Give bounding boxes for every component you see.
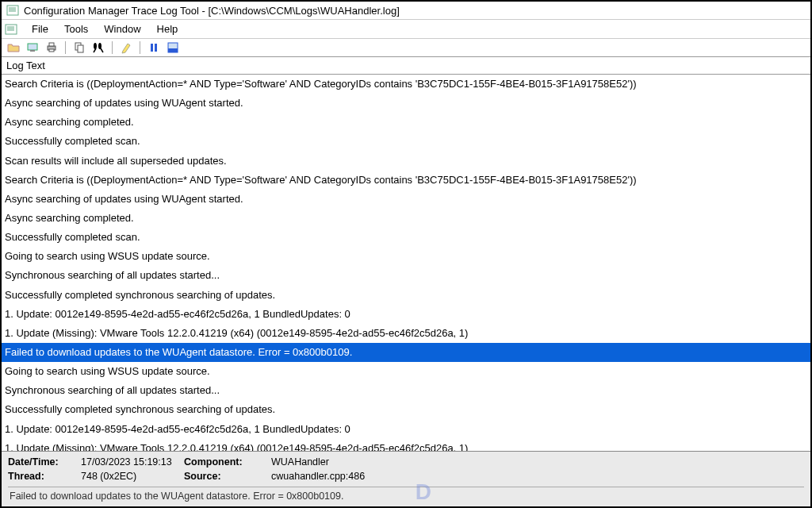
open-icon[interactable] [6, 40, 21, 55]
pause-icon[interactable] [147, 40, 161, 55]
svg-rect-12 [49, 49, 54, 52]
log-row[interactable]: Async searching of updates using WUAgent… [2, 94, 810, 113]
log-row[interactable]: Successfully completed synchronous searc… [2, 400, 810, 419]
log-row[interactable]: Search Criteria is ((DeploymentAction=* … [2, 75, 810, 94]
value-thread: 748 (0x2EC) [81, 471, 184, 482]
log-row[interactable]: Successfully completed scan. [2, 132, 810, 151]
label-component: Component: [184, 456, 271, 468]
log-row[interactable]: Search Criteria is ((DeploymentAction=* … [2, 171, 810, 190]
log-row[interactable]: Synchronous searching of all updates sta… [2, 266, 810, 285]
menu-window[interactable]: Window [96, 21, 148, 37]
svg-rect-4 [6, 25, 17, 34]
doc-icon [5, 23, 17, 36]
print-icon[interactable] [44, 40, 59, 55]
label-datetime: Date/Time: [8, 456, 81, 468]
svg-rect-8 [28, 44, 37, 50]
open-server-icon[interactable] [25, 40, 40, 55]
toolbar-separator [65, 41, 66, 54]
log-row[interactable]: Failed to download updates to the WUAgen… [2, 343, 810, 362]
log-row[interactable]: Async searching completed. [2, 113, 810, 132]
label-source: Source: [184, 471, 271, 482]
svg-rect-11 [49, 43, 54, 46]
toolbar-separator-2 [112, 41, 113, 54]
svg-rect-14 [78, 45, 83, 52]
log-row[interactable]: 1. Update: 0012e149-8595-4e2d-ad55-ec46f… [2, 305, 810, 324]
svg-rect-0 [7, 6, 18, 15]
title-bar: Configuration Manager Trace Log Tool - [… [2, 2, 810, 20]
log-row[interactable]: Async searching completed. [2, 209, 810, 228]
svg-rect-18 [155, 44, 157, 52]
log-row[interactable]: 1. Update: 0012e149-8595-4e2d-ad55-ec46f… [2, 420, 810, 439]
svg-rect-9 [30, 50, 35, 52]
highlight-icon[interactable] [119, 40, 133, 55]
find-icon[interactable] [91, 40, 105, 55]
log-grid[interactable]: Search Criteria is ((DeploymentAction=* … [2, 75, 810, 451]
menu-file[interactable]: File [24, 21, 56, 37]
toolbar [2, 39, 810, 57]
log-row[interactable]: Scan results will include all superseded… [2, 152, 810, 171]
value-component: WUAHandler [271, 456, 804, 468]
log-row[interactable]: Synchronous searching of all updates sta… [2, 381, 810, 400]
watermark-icon: D [416, 479, 431, 505]
status-text: Failed to download updates to the WUAgen… [10, 491, 343, 502]
toolbar-separator-3 [140, 41, 140, 54]
svg-rect-17 [151, 44, 153, 52]
log-row[interactable]: 1. Update (Missing): VMware Tools 12.2.0… [2, 439, 810, 451]
svg-rect-20 [168, 48, 178, 52]
value-source: cwuahandler.cpp:486 [271, 471, 804, 482]
log-row[interactable]: 1. Update (Missing): VMware Tools 12.2.0… [2, 324, 810, 343]
value-datetime: 17/03/2023 15:19:13 [81, 456, 184, 468]
copy-icon[interactable] [72, 40, 86, 55]
log-row[interactable]: Successfully completed synchronous searc… [2, 286, 810, 305]
menu-tools[interactable]: Tools [56, 21, 96, 37]
log-row[interactable]: Going to search using WSUS update source… [2, 362, 810, 381]
menu-bar: File Tools Window Help [2, 20, 810, 39]
menu-help[interactable]: Help [149, 21, 186, 37]
label-thread: Thread: [8, 471, 81, 482]
status-bar: Failed to download updates to the WUAgen… [8, 487, 804, 503]
svg-line-16 [101, 48, 103, 52]
column-header-log-text[interactable]: Log Text [2, 57, 810, 75]
app-icon [6, 4, 19, 17]
log-row[interactable]: Going to search using WSUS update source… [2, 247, 810, 266]
log-row[interactable]: Successfully completed scan. [2, 228, 810, 247]
autoscroll-icon[interactable] [166, 40, 180, 55]
detail-panel: Date/Time: 17/03/2023 15:19:13 Component… [2, 451, 810, 506]
log-row[interactable]: Async searching of updates using WUAgent… [2, 190, 810, 209]
window-title: Configuration Manager Trace Log Tool - [… [24, 5, 400, 17]
